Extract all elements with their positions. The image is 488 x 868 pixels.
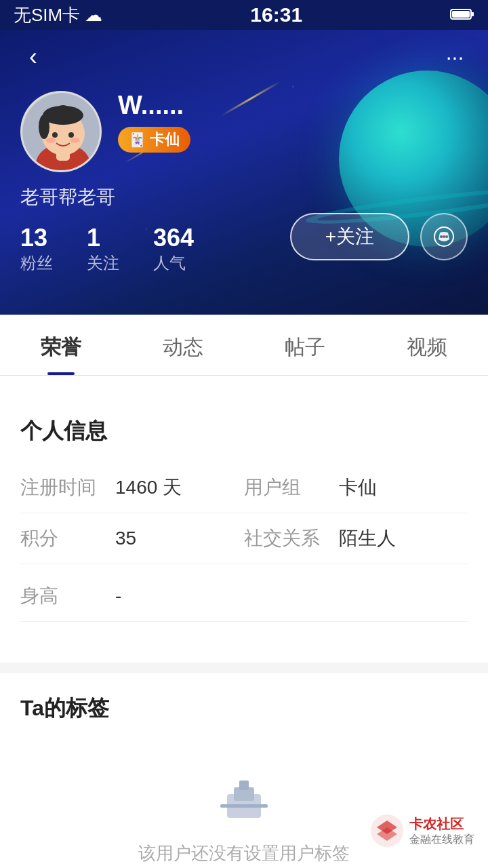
svg-rect-1 <box>471 12 474 16</box>
height-label: 身高 <box>20 583 115 609</box>
relation-value: 陌生人 <box>339 526 396 551</box>
user-bio: 老哥帮老哥 <box>20 184 468 210</box>
relation-row: 社交关系 陌生人 <box>244 513 468 564</box>
popularity-count: 364 <box>153 224 194 252</box>
register-time-row: 注册时间 1460 天 <box>20 462 244 513</box>
watermark-logo-icon <box>370 814 404 848</box>
points-label: 积分 <box>20 526 115 551</box>
user-group-row: 用户组 卡仙 <box>244 462 468 513</box>
svg-point-10 <box>52 132 58 138</box>
follow-button[interactable]: +关注 <box>290 213 409 260</box>
personal-info-section: 个人信息 注册时间 1460 天 用户组 卡仙 积分 35 社交关系 陌生人 身… <box>20 396 468 642</box>
svg-point-17 <box>445 235 448 238</box>
user-group-value: 卡仙 <box>339 475 377 500</box>
relation-label: 社交关系 <box>244 526 339 551</box>
svg-point-9 <box>56 105 70 116</box>
tags-empty-state: 该用户还没有设置用户标签 <box>20 740 468 868</box>
points-row: 积分 35 <box>20 513 244 564</box>
watermark-sub: 金融在线教育 <box>409 833 474 847</box>
tags-empty-icon <box>214 767 274 828</box>
svg-point-16 <box>443 235 445 238</box>
svg-rect-2 <box>452 11 470 18</box>
user-badge: 🃏 卡仙 <box>118 127 190 153</box>
personal-info-title: 个人信息 <box>20 416 468 446</box>
svg-point-8 <box>39 115 49 139</box>
svg-point-13 <box>70 138 80 143</box>
svg-point-12 <box>46 138 56 143</box>
register-time-value: 1460 天 <box>115 475 182 500</box>
badge-label: 卡仙 <box>150 130 180 150</box>
watermark-name: 卡农社区 <box>409 815 474 833</box>
tab-video[interactable]: 视频 <box>366 315 488 375</box>
status-left: 无SIM卡 ☁ <box>14 3 102 27</box>
status-time: 16:31 <box>250 3 302 26</box>
svg-rect-21 <box>220 804 268 808</box>
signal-text: 无SIM卡 ☁ <box>14 3 102 27</box>
followers-stat: 13 粉丝 <box>20 224 53 274</box>
top-nav: ‹ ··· <box>0 30 488 84</box>
profile-section: W...... 🃏 卡仙 老哥帮老哥 13 粉丝 1 关注 364 <box>20 91 468 274</box>
svg-rect-20 <box>239 781 249 790</box>
info-grid: 注册时间 1460 天 用户组 卡仙 积分 35 社交关系 陌生人 <box>20 462 468 564</box>
following-stat: 1 关注 <box>87 224 119 274</box>
watermark: 卡农社区 金融在线教育 <box>370 814 474 848</box>
svg-point-15 <box>440 235 443 238</box>
tags-empty-text: 该用户还没有设置用户标签 <box>138 842 350 865</box>
height-row: 身高 - <box>20 571 468 622</box>
register-time-label: 注册时间 <box>20 475 115 500</box>
badge-icon: 🃏 <box>129 132 146 148</box>
avatar <box>20 91 102 172</box>
tabs-bar: 荣誉 动态 帖子 视频 <box>0 315 488 376</box>
username-area: W...... 🃏 卡仙 <box>118 91 190 153</box>
section-divider-1 <box>0 663 488 673</box>
popularity-label: 人气 <box>153 252 186 274</box>
battery-icon <box>450 5 474 26</box>
back-button[interactable]: ‹ <box>16 40 50 74</box>
points-value: 35 <box>115 528 136 549</box>
main-content: 个人信息 注册时间 1460 天 用户组 卡仙 积分 35 社交关系 陌生人 身… <box>0 376 488 663</box>
user-group-label: 用户组 <box>244 475 339 500</box>
popularity-stat: 364 人气 <box>153 224 194 274</box>
followers-count: 13 <box>20 224 47 252</box>
followers-label: 粉丝 <box>20 252 53 274</box>
following-count: 1 <box>87 224 100 252</box>
svg-point-11 <box>68 132 74 138</box>
username: W...... <box>118 91 190 120</box>
status-bar: 无SIM卡 ☁ 16:31 <box>0 0 488 30</box>
following-label: 关注 <box>87 252 119 274</box>
watermark-text-block: 卡农社区 金融在线教育 <box>409 815 474 847</box>
tab-posts[interactable]: 帖子 <box>244 315 366 375</box>
status-right <box>450 5 474 26</box>
message-button[interactable] <box>420 213 468 260</box>
action-buttons: +关注 <box>290 213 468 260</box>
profile-top: W...... 🃏 卡仙 <box>20 91 468 172</box>
hero-section: ‹ ··· <box>0 30 488 315</box>
tab-honor[interactable]: 荣誉 <box>0 315 122 375</box>
tags-title: Ta的标签 <box>20 694 468 724</box>
more-button[interactable]: ··· <box>438 40 472 74</box>
tab-dynamic[interactable]: 动态 <box>122 315 244 375</box>
height-value: - <box>115 585 121 607</box>
